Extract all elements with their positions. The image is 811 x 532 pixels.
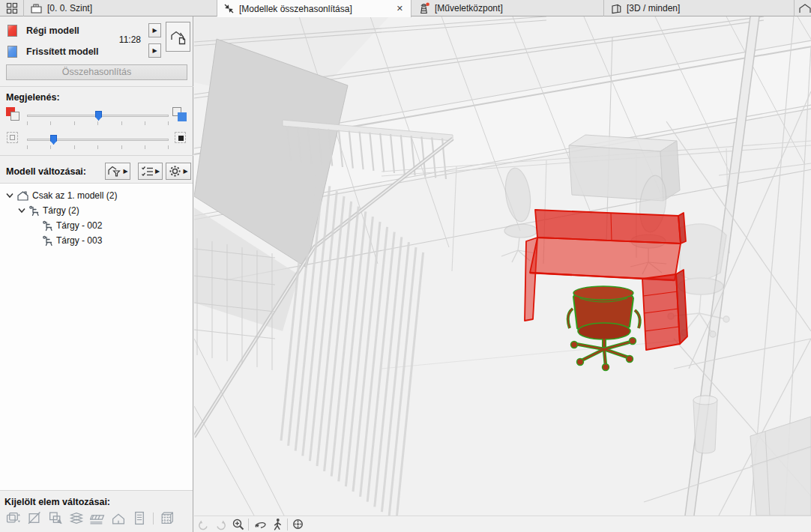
color-slider-thumb[interactable] xyxy=(95,111,102,121)
model-icon xyxy=(16,190,29,202)
new-model-label: Frissített modell xyxy=(26,46,99,57)
tab-model-compare[interactable]: [Modellek összehasonlítása] ✕ xyxy=(217,0,411,17)
tab-action-center[interactable]: [Műveletközpont] xyxy=(411,0,604,16)
divider xyxy=(0,86,193,87)
orbit-icon[interactable] xyxy=(253,518,267,531)
ghost-model-icon xyxy=(6,131,21,146)
floor-plan-icon xyxy=(30,3,43,14)
swap-models-button[interactable] xyxy=(166,22,190,52)
selected-changes-toolbar xyxy=(6,511,175,525)
elevation-change-icon[interactable] xyxy=(6,511,21,525)
model-changes-label: Modell változásai: xyxy=(6,166,86,177)
tab-bar: [0. 0. Szint] [Modellek összehasonlítása… xyxy=(0,0,811,16)
tab-3d-all[interactable]: [3D / minden] xyxy=(604,0,795,16)
colored-models-icon xyxy=(6,107,21,122)
3d-view-icon xyxy=(610,3,622,14)
new-view-button[interactable] xyxy=(795,0,811,16)
fit-in-window-icon[interactable] xyxy=(292,518,305,531)
tree-item-label: Csak az 1. modell (2) xyxy=(32,190,117,201)
grid-icon xyxy=(6,2,18,14)
change-list-button[interactable]: ▶ xyxy=(138,163,163,180)
slider-ticks xyxy=(27,145,169,149)
undo-view-icon[interactable] xyxy=(197,518,211,531)
walk-icon[interactable] xyxy=(271,518,284,531)
solid-model-icon xyxy=(174,131,189,146)
layout-grid-button[interactable] xyxy=(0,0,24,16)
object-icon xyxy=(28,205,40,217)
tree-item-targy-002[interactable]: Tárgy - 002 xyxy=(42,218,102,233)
tree-item-targy-group[interactable]: Tárgy (2) xyxy=(18,203,79,218)
tree-item-label: Tárgy (2) xyxy=(43,205,79,216)
new-model-menu-button[interactable]: ▶ xyxy=(148,43,161,58)
redo-view-icon[interactable] xyxy=(214,518,227,531)
surface-paint-icon[interactable] xyxy=(48,511,63,525)
house-icon xyxy=(798,2,811,14)
tab-label: [Modellek összehasonlítása] xyxy=(239,4,352,14)
compare-time: 11:28 xyxy=(105,34,141,45)
layers-icon[interactable] xyxy=(69,511,84,525)
tab-label: [Műveletközpont] xyxy=(435,3,503,13)
app-window: [0. 0. Szint] [Modellek összehasonlítása… xyxy=(0,0,811,532)
zoom-in-icon[interactable] xyxy=(232,518,245,531)
selected-changes-label: Kijelölt elem változásai: xyxy=(4,497,110,507)
divider xyxy=(0,155,193,156)
tab-floor-plan[interactable]: [0. 0. Szint] xyxy=(24,0,217,16)
slider-ticks xyxy=(27,121,169,125)
blue-model-icon xyxy=(172,107,187,122)
notification-dot xyxy=(426,2,429,6)
transparency-slider-track[interactable] xyxy=(27,139,169,141)
filter-changes-button[interactable]: ▶ xyxy=(105,163,130,180)
action-center-icon xyxy=(417,2,430,15)
grid-cube-icon[interactable] xyxy=(160,511,175,525)
chevron-down-icon[interactable] xyxy=(18,208,25,214)
object-icon xyxy=(42,220,53,232)
model-view-icon[interactable] xyxy=(111,511,126,525)
tree-item-targy-003[interactable]: Tárgy - 003 xyxy=(42,233,102,248)
tree-item-label: Tárgy - 003 xyxy=(56,235,102,246)
gear-icon xyxy=(169,165,181,178)
no-edit-icon[interactable] xyxy=(27,511,42,525)
divider xyxy=(287,519,288,531)
tab-label: [3D / minden] xyxy=(627,3,680,13)
compare-arrows-icon xyxy=(223,3,235,14)
3d-scene xyxy=(194,16,811,516)
checklist-icon xyxy=(141,166,154,178)
appearance-section-label: Megjelenés: xyxy=(6,92,60,103)
old-model-menu-button[interactable]: ▶ xyxy=(148,23,161,37)
chevron-down-icon[interactable] xyxy=(6,193,13,199)
tab-close-icon[interactable]: ✕ xyxy=(395,4,405,13)
ghost-cylinder xyxy=(693,396,717,453)
model-compare-panel: Régi modell ▶ 11:28 Frissített modell ▶ … xyxy=(0,16,193,532)
settings-button[interactable]: ▶ xyxy=(166,163,191,180)
transparency-slider-thumb[interactable] xyxy=(50,135,57,145)
3d-viewport[interactable] xyxy=(194,16,811,532)
old-model-label: Régi modell xyxy=(26,25,79,36)
compare-houses-icon xyxy=(169,27,188,46)
tree-item-label: Tárgy - 002 xyxy=(56,220,102,231)
old-model-color-swatch xyxy=(7,25,17,37)
object-icon xyxy=(42,235,53,247)
compare-button[interactable]: Összehasonlítás xyxy=(6,64,187,80)
new-model-color-swatch xyxy=(7,46,17,58)
viewport-toolbar xyxy=(194,516,811,532)
tab-label: [0. 0. Szint] xyxy=(47,3,92,13)
divider xyxy=(153,513,154,525)
model-filter-icon xyxy=(107,165,121,178)
changes-tree: Csak az 1. modell (2) Tárgy (2) Tárgy - … xyxy=(0,183,193,491)
fill-pattern-icon[interactable] xyxy=(90,511,105,525)
divider xyxy=(248,519,249,531)
tree-item-model1[interactable]: Csak az 1. modell (2) xyxy=(6,188,117,203)
report-icon[interactable] xyxy=(132,511,147,525)
